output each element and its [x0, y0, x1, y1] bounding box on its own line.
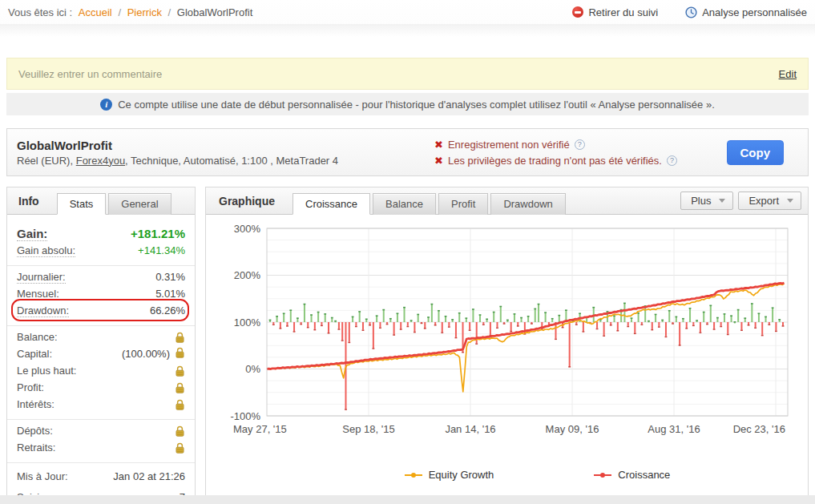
breadcrumb-link-home[interactable]: Accueil — [79, 6, 112, 18]
stat-row-intérêts: Intérêts: — [17, 396, 185, 413]
breadcrumb-separator: / — [118, 6, 121, 18]
stat-row-mensuel: Mensuel:5.01% — [17, 285, 185, 302]
growth-chart[interactable]: 300%200%100%0%-100%May 27, '15Sep 18, '1… — [206, 215, 808, 481]
stats-group: Gain:+181.21%Gain absolu:+141.34% — [7, 223, 195, 266]
stat-label: Mensuel: — [17, 288, 59, 300]
legend-item-equity-growth[interactable]: Equity Growth — [405, 469, 494, 481]
breadcrumb-current: GlobalWorlProfit — [177, 6, 252, 18]
legend-item-croissance[interactable]: Croissance — [594, 469, 670, 481]
stat-label: Retraits: — [17, 442, 55, 454]
plus-dropdown[interactable]: Plus — [680, 192, 733, 210]
locked-value — [175, 382, 185, 393]
stat-label: Le plus haut: — [17, 365, 76, 377]
chart-tab-profit[interactable]: Profit — [438, 193, 488, 215]
top-breadcrumb-bar: Vous êtes ici : Accueil / Pierrick / Glo… — [0, 0, 815, 24]
legend-label: Equity Growth — [429, 469, 494, 481]
clock-icon — [685, 6, 697, 18]
stat-label: Mis à Jour: — [17, 470, 68, 482]
export-dropdown-label: Export — [748, 195, 779, 207]
stat-label: Capital: — [17, 348, 52, 360]
tab-general[interactable]: General — [108, 193, 171, 215]
account-header: GlobalWorlProfit Réel (EUR), Forex4you, … — [6, 128, 809, 176]
stat-value: +181.21% — [131, 227, 185, 240]
stat-row-journalier: Journalier:0.31% — [17, 268, 185, 285]
remove-from-watch-label: Retirer du suivi — [588, 6, 658, 18]
stats-list: Gain:+181.21%Gain absolu:+141.34%Journal… — [7, 215, 195, 504]
stat-label: Gain absolu: — [17, 244, 75, 257]
lock-icon — [175, 382, 185, 393]
broker-link[interactable]: Forex4you — [76, 155, 125, 167]
locked-value — [175, 332, 185, 343]
notice-text: Ce compte utilise une date de début pers… — [118, 99, 715, 111]
tab-stats[interactable]: Stats — [57, 193, 107, 215]
locked-value — [175, 365, 185, 377]
stats-panel: Info StatsGeneral Gain:+181.21%Gain abso… — [6, 187, 196, 504]
comment-input[interactable]: Veuillez entrer un commentaire Edit — [6, 58, 809, 90]
plus-dropdown-label: Plus — [691, 195, 711, 207]
locked-value — [175, 399, 185, 410]
stat-label: Balance: — [17, 331, 58, 343]
stat-label: Dépôts: — [17, 425, 53, 437]
chevron-down-icon — [787, 199, 793, 203]
locked-value — [175, 442, 185, 454]
chart-legend: Equity GrowthCroissance — [211, 469, 808, 481]
custom-analysis-label: Analyse personnalisée — [702, 6, 807, 18]
verification-warning-row: ✖Les privilèges de trading n'ont pas été… — [434, 155, 677, 167]
stat-row-retraits: Retraits: — [17, 439, 185, 456]
custom-analysis-button[interactable]: Analyse personnalisée — [685, 6, 807, 18]
locked-value — [175, 347, 185, 361]
account-meta: Réel (EUR), Forex4you, Technique, Automa… — [17, 155, 338, 167]
chart-tab-drawdown[interactable]: Drawdown — [490, 193, 565, 215]
chart-tab-balance[interactable]: Balance — [373, 193, 436, 215]
stat-value: Jan 02 at 21:26 — [113, 470, 185, 482]
svg-text:0%: 0% — [245, 363, 260, 375]
account-meta-post: , Technique, Automatisé, 1:100 , MetaTra… — [125, 155, 338, 167]
help-icon[interactable]: ? — [575, 139, 585, 150]
breadcrumb: Vous êtes ici : Accueil / Pierrick / Glo… — [8, 6, 252, 18]
legend-label: Croissance — [618, 469, 670, 481]
lock-icon — [175, 425, 185, 437]
account-identity: GlobalWorlProfit Réel (EUR), Forex4you, … — [17, 139, 338, 167]
custom-start-date-notice: i Ce compte utilise une date de début pe… — [6, 93, 809, 115]
stat-row-gain-absolu: Gain absolu:+141.34% — [17, 242, 185, 259]
verification-warnings: ✖Enregistrement non vérifié?✖Les privilè… — [434, 139, 677, 167]
legend-marker — [594, 474, 611, 476]
stat-row-capital: Capital:(100.00%) — [17, 345, 185, 362]
page-footer-strip — [0, 495, 815, 504]
comment-edit-link[interactable]: Edit — [779, 68, 797, 80]
svg-text:-100%: -100% — [230, 410, 260, 422]
stat-row-le-plus-haut: Le plus haut: — [17, 362, 185, 379]
stat-label: Drawdown: — [17, 304, 69, 317]
lock-icon — [175, 347, 185, 358]
account-name: GlobalWorlProfit — [17, 139, 338, 152]
stat-value: 0.31% — [155, 271, 185, 283]
svg-text:200%: 200% — [234, 269, 261, 281]
chart-tab-croissance[interactable]: Croissance — [293, 193, 370, 215]
comment-placeholder: Veuillez entrer un commentaire — [18, 68, 162, 80]
help-icon[interactable]: ? — [667, 155, 677, 166]
stats-group: Journalier:0.31%Mensuel:5.01%Drawdown:66… — [7, 266, 195, 326]
copy-button[interactable]: Copy — [727, 140, 785, 165]
stats-group: Balance:Capital:(100.00%)Le plus haut:Pr… — [7, 326, 195, 420]
lock-icon — [175, 399, 185, 410]
breadcrumb-prefix: Vous êtes ici : — [8, 6, 72, 18]
remove-from-watch-button[interactable]: Retirer du suivi — [572, 6, 658, 18]
svg-text:300%: 300% — [234, 223, 261, 235]
stat-row-drawdown: Drawdown:66.26% — [17, 302, 185, 319]
stat-value: 5.01% — [155, 288, 185, 300]
breadcrumb-link-user[interactable]: Pierrick — [127, 6, 162, 18]
verification-warning-row: ✖Enregistrement non vérifié? — [434, 139, 677, 151]
export-dropdown[interactable]: Export — [738, 192, 801, 210]
chart-panel-header: Graphique CroissanceBalanceProfitDrawdow… — [206, 187, 808, 215]
lock-icon — [175, 332, 185, 343]
stat-label: Profit: — [17, 381, 44, 393]
stat-row-dépôts: Dépôts: — [17, 422, 185, 439]
svg-text:Sep 18, '15: Sep 18, '15 — [342, 423, 394, 435]
stats-panel-title: Info — [18, 195, 39, 208]
red-x-icon: ✖ — [434, 139, 443, 150]
topbar-shadow — [0, 24, 815, 37]
chevron-down-icon — [719, 199, 725, 203]
stat-label: Journalier: — [17, 271, 66, 284]
stat-value: +141.34% — [138, 244, 185, 256]
chart-panel-title: Graphique — [219, 195, 275, 208]
